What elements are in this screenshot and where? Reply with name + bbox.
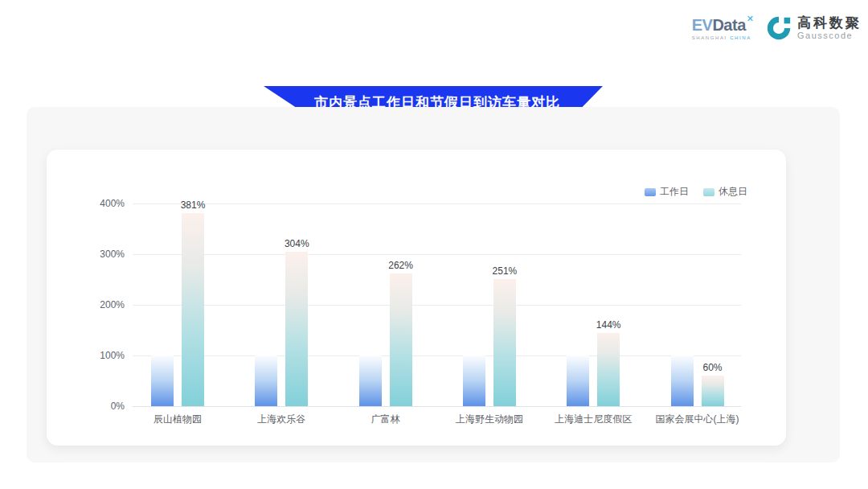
- content-panel: 0%100%200%300%400%381%辰山植物园304%上海欢乐谷262%…: [27, 107, 840, 462]
- gridline-100%: [133, 355, 741, 356]
- bar-工作日-辰山植物园: [151, 355, 174, 406]
- legend-item-休息日[interactable]: 休息日: [703, 185, 747, 199]
- evdata-logo-subtext: SHANGHAI CHINA: [692, 35, 751, 40]
- gausscode-logo: 高科数聚 Gausscode: [765, 14, 862, 42]
- bar-休息日-上海欢乐谷: [285, 252, 308, 406]
- y-tick-label: 400%: [47, 198, 125, 209]
- legend-swatch-工作日: [645, 188, 656, 196]
- category-label-广富林: 广富林: [371, 413, 400, 426]
- legend-label-休息日: 休息日: [719, 185, 747, 199]
- bar-休息日-广富林: [390, 273, 412, 406]
- bar-工作日-上海迪士尼度假区: [567, 355, 589, 406]
- gausscode-cn: 高科数聚: [797, 16, 862, 31]
- value-label-国家会展中心(上海): 60%: [702, 362, 722, 373]
- gausscode-en: Gausscode: [797, 31, 862, 40]
- bar-工作日-上海欢乐谷: [255, 355, 277, 406]
- legend-item-工作日[interactable]: 工作日: [645, 185, 689, 199]
- bar-工作日-国家会展中心(上海): [671, 355, 694, 406]
- gridline-200%: [133, 305, 741, 306]
- category-label-上海欢乐谷: 上海欢乐谷: [257, 413, 305, 426]
- bar-休息日-国家会展中心(上海): [702, 376, 724, 406]
- evdata-logo-ev: EV: [692, 16, 713, 35]
- value-label-广富林: 262%: [388, 260, 413, 271]
- evdata-subtext-right: CHINA: [730, 35, 751, 40]
- y-tick-label: 0%: [47, 401, 125, 412]
- value-label-上海迪士尼度假区: 144%: [596, 319, 621, 331]
- bar-休息日-辰山植物园: [182, 213, 204, 406]
- value-label-上海欢乐谷: 304%: [285, 238, 309, 249]
- category-label-辰山植物园: 辰山植物园: [154, 413, 202, 426]
- bar-工作日-广富林: [359, 355, 382, 406]
- gausscode-g-icon: [765, 14, 792, 42]
- y-tick-label: 200%: [47, 299, 125, 310]
- y-tick-label: 100%: [47, 350, 125, 361]
- header: EV Data ✕ SHANGHAI CHINA 高科数聚 Gausscode: [692, 14, 862, 42]
- category-label-国家会展中心(上海): 国家会展中心(上海): [656, 413, 739, 426]
- evdata-subtext-left: SHANGHAI: [692, 35, 727, 40]
- value-label-上海野生动物园: 251%: [493, 265, 518, 277]
- chart-card: 0%100%200%300%400%381%辰山植物园304%上海欢乐谷262%…: [47, 150, 786, 446]
- gridline-300%: [133, 254, 741, 255]
- evdata-x-icon: ✕: [747, 14, 754, 24]
- legend-swatch-休息日: [703, 188, 714, 196]
- chart-legend: 工作日休息日: [645, 185, 747, 199]
- bar-休息日-上海野生动物园: [493, 279, 516, 406]
- page: EV Data ✕ SHANGHAI CHINA 高科数聚 Gausscode: [0, 0, 868, 489]
- y-tick-label: 300%: [47, 249, 125, 260]
- category-label-上海迪士尼度假区: 上海迪士尼度假区: [555, 413, 632, 426]
- bar-休息日-上海迪士尼度假区: [597, 333, 620, 406]
- gausscode-text: 高科数聚 Gausscode: [797, 16, 862, 41]
- category-label-上海野生动物园: 上海野生动物园: [456, 413, 523, 426]
- evdata-logo: EV Data ✕ SHANGHAI CHINA: [692, 16, 754, 40]
- gridline-0%: [133, 406, 741, 407]
- value-label-辰山植物园: 381%: [181, 199, 206, 211]
- gridline-400%: [133, 203, 741, 204]
- bar-工作日-上海野生动物园: [463, 355, 485, 406]
- evdata-logo-data: Data: [712, 16, 745, 35]
- legend-label-工作日: 工作日: [660, 185, 689, 199]
